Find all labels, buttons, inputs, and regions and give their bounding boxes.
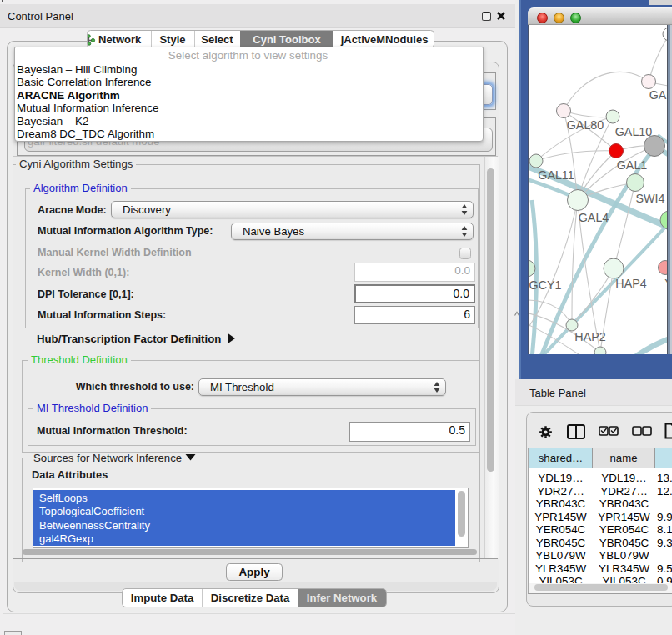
- svg-text:HAP4: HAP4: [615, 277, 646, 290]
- svg-text:GAL11: GAL11: [538, 168, 574, 182]
- svg-text:GCY1: GCY1: [529, 278, 562, 292]
- svg-text:GAL4: GAL4: [579, 211, 609, 224]
- svg-text:GAL: GAL: [649, 88, 667, 102]
- svg-text:HAP2: HAP2: [574, 330, 605, 343]
- svg-text:GAL1: GAL1: [617, 158, 648, 172]
- svg-text:GAL10: GAL10: [615, 125, 653, 138]
- svg-text:GAL80: GAL80: [567, 118, 604, 132]
- svg-text:SWI4: SWI4: [636, 192, 665, 205]
